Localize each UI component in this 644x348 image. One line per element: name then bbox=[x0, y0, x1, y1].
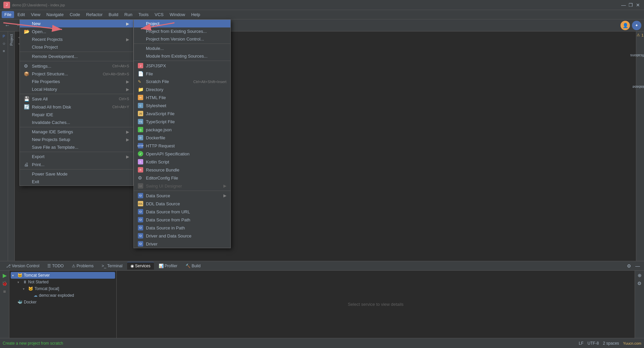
services-run-icon[interactable]: ▶ bbox=[1, 272, 8, 279]
new-submenu-scratch[interactable]: ✎ Scratch File Ctrl+Alt+Shift+Insert bbox=[134, 78, 230, 85]
structure-panel-tab[interactable]: ≡ bbox=[1, 48, 7, 54]
menu-build[interactable]: Build bbox=[106, 11, 121, 18]
file-menu-remote[interactable]: Remote Development... bbox=[20, 53, 133, 60]
file-menu-print[interactable]: 🖨 Print... bbox=[20, 160, 133, 168]
dockerfile-icon: D bbox=[138, 135, 143, 140]
file-menu-close[interactable]: Close Project bbox=[20, 43, 133, 51]
file-menu-exit[interactable]: Exit bbox=[20, 178, 133, 186]
menu-tools[interactable]: Tools bbox=[136, 11, 151, 18]
close-button[interactable]: ✕ bbox=[636, 3, 641, 7]
file-menu-save-template[interactable]: Save File as Template... bbox=[20, 143, 133, 151]
status-encoding[interactable]: UTF-8 bbox=[588, 341, 599, 346]
database-tab[interactable]: Database bbox=[632, 85, 644, 89]
services-tree-item-tomcat-server[interactable]: ▾ 🐱 Tomcat Server bbox=[11, 272, 115, 279]
new-submenu-driver-ds[interactable]: ⛁ Driver and Data Source bbox=[134, 232, 230, 240]
user-avatar[interactable]: 👤 bbox=[621, 21, 630, 30]
minimize-button[interactable]: — bbox=[621, 3, 626, 7]
menu-navigate[interactable]: Navigate bbox=[44, 11, 66, 18]
new-submenu-ds-url[interactable]: ⛁ Data Source from URL bbox=[134, 208, 230, 216]
file-menu-new[interactable]: New ▶ bbox=[20, 20, 133, 27]
new-submenu-ds-in-path[interactable]: ⛁ Data Source in Path bbox=[134, 224, 230, 232]
services-debug-icon[interactable]: 🐞 bbox=[1, 280, 8, 287]
services-stop-icon[interactable]: ■ bbox=[1, 288, 8, 295]
new-submenu-project-vcs[interactable]: Project from Version Control... bbox=[134, 35, 230, 43]
services-add-icon[interactable]: ⊕ bbox=[636, 272, 643, 279]
new-submenu-resource-bundle[interactable]: R Resource Bundle bbox=[134, 166, 230, 174]
services-tree-item-demo-war[interactable]: ☁ demo:war exploded bbox=[11, 292, 115, 299]
file-menu-project-structure[interactable]: 📦 Project Structure... Ctrl+Alt+Shift+S bbox=[20, 70, 133, 78]
project-structure-label: Project Structure... bbox=[32, 71, 100, 76]
file-menu-export[interactable]: Export ▶ bbox=[20, 153, 133, 160]
tab-terminal[interactable]: >_ Terminal bbox=[98, 262, 126, 270]
file-menu-local-history[interactable]: Local History ▶ bbox=[20, 85, 133, 93]
file-props-arrow: ▶ bbox=[126, 79, 129, 84]
new-submenu-project-existing[interactable]: Project from Existing Sources... bbox=[134, 27, 230, 35]
new-submenu-data-source[interactable]: ⛁ Data Source ▶ bbox=[134, 192, 230, 200]
new-submenu-kotlin[interactable]: K Kotlin Script bbox=[134, 158, 230, 166]
reload-shortcut: Ctrl+Alt+Y bbox=[112, 105, 129, 109]
new-submenu-project[interactable]: Project... bbox=[134, 20, 230, 27]
new-submenu-html[interactable]: H HTML File bbox=[134, 93, 230, 101]
new-submenu-ddl[interactable]: DDL DDL Data Source bbox=[134, 200, 230, 208]
menu-help[interactable]: Help bbox=[189, 11, 203, 18]
tab-todo[interactable]: ☰ TODO bbox=[44, 262, 67, 270]
new-submenu-dockerfile[interactable]: D Dockerfile bbox=[134, 134, 230, 142]
file-menu-save-all[interactable]: 💾 Save All Ctrl+S bbox=[20, 95, 133, 103]
project-tab[interactable]: demo [D:\Java\demo] - index.jsp bbox=[12, 3, 65, 7]
new-submenu-openapi[interactable]: ✓ OpenAPI Specification bbox=[134, 150, 230, 158]
project-panel-label[interactable]: Project bbox=[9, 34, 13, 46]
menu-window[interactable]: Window bbox=[167, 11, 188, 18]
menu-run[interactable]: Run bbox=[122, 11, 135, 18]
project-panel-tab[interactable]: P bbox=[1, 33, 7, 40]
file-menu-manage-ide[interactable]: Manage IDE Settings ▶ bbox=[20, 128, 133, 136]
file-menu-recent[interactable]: Recent Projects ▶ bbox=[20, 36, 133, 43]
status-new-project[interactable]: Create a new project from scratch bbox=[3, 341, 63, 346]
new-submenu-package-json[interactable]: {}​ package.json bbox=[134, 126, 230, 134]
status-spaces[interactable]: 2 spaces bbox=[603, 341, 619, 346]
panel-settings-icon[interactable]: ⚙ bbox=[625, 262, 633, 270]
services-tree-item-tomcat-local[interactable]: ▾ 🐱 Tomcat [local] bbox=[11, 285, 115, 292]
maximize-button[interactable]: ❐ bbox=[629, 3, 633, 7]
menu-vcs[interactable]: VCS bbox=[152, 11, 166, 18]
file-menu-new-projects-setup[interactable]: New Projects Setup ▶ bbox=[20, 136, 133, 143]
tab-build[interactable]: 🔨 Build bbox=[182, 262, 204, 270]
notifications-tab[interactable]: Notifications bbox=[630, 54, 644, 58]
tab-version-control[interactable]: ⎇ Version Control bbox=[3, 262, 43, 270]
file-menu-power-save[interactable]: Power Save Mode bbox=[20, 170, 133, 178]
menu-code[interactable]: Code bbox=[67, 11, 83, 18]
new-submenu-module-existing[interactable]: Module from Existing Sources... bbox=[134, 52, 230, 60]
file-menu-open[interactable]: 📂 Open... bbox=[20, 27, 133, 36]
file-menu-reload[interactable]: 🔄 Reload All from Disk Ctrl+Alt+Y bbox=[20, 103, 133, 111]
print-icon: 🖨 bbox=[24, 162, 29, 167]
services-tree-item-docker[interactable]: 🐳 Docker bbox=[11, 299, 115, 305]
tab-profiler[interactable]: 📊 Profiler bbox=[155, 262, 181, 270]
new-submenu-editorconfig[interactable]: ⚙ EditorConfig File bbox=[134, 174, 230, 182]
status-lf[interactable]: LF bbox=[579, 341, 584, 346]
new-submenu-directory[interactable]: 📁 Directory bbox=[134, 85, 230, 93]
new-submenu-js[interactable]: JS JavaScript File bbox=[134, 110, 230, 118]
file-menu-invalidate[interactable]: Invalidate Caches... bbox=[20, 119, 133, 126]
new-submenu-jsp[interactable]: J JSP/JSPX bbox=[134, 62, 230, 70]
file-menu-settings[interactable]: ⚙ Settings... Ctrl+Alt+S bbox=[20, 62, 133, 70]
export-arrow: ▶ bbox=[126, 154, 129, 159]
new-submenu-ts[interactable]: TS TypeScript File bbox=[134, 118, 230, 126]
menu-edit[interactable]: Edit bbox=[15, 11, 28, 18]
tab-services[interactable]: ◉ Services bbox=[127, 262, 154, 270]
menu-file[interactable]: File bbox=[2, 11, 14, 18]
tab-problems[interactable]: ⚠ Problems bbox=[68, 262, 97, 270]
new-submenu-stylesheet[interactable]: C Stylesheet bbox=[134, 101, 230, 110]
panel-close-icon[interactable]: — bbox=[634, 262, 641, 270]
back-button[interactable]: ← bbox=[3, 21, 12, 30]
services-settings-icon[interactable]: ⚙ bbox=[636, 280, 643, 287]
file-menu-repair-ide[interactable]: Repair IDE bbox=[20, 111, 133, 119]
bookmarks-panel-tab[interactable]: ☆ bbox=[1, 40, 7, 47]
new-submenu-http[interactable]: HTTP HTTP Request bbox=[134, 142, 230, 150]
new-submenu-driver[interactable]: ⛁ Driver bbox=[134, 240, 230, 248]
file-menu-file-properties[interactable]: File Properties ▶ bbox=[20, 78, 133, 85]
menu-view[interactable]: View bbox=[28, 11, 43, 18]
new-submenu-module[interactable]: Module... bbox=[134, 45, 230, 52]
new-submenu-ds-path[interactable]: ⛁ Data Source from Path bbox=[134, 216, 230, 224]
menu-refactor[interactable]: Refactor bbox=[84, 11, 105, 18]
services-tree-item-not-started[interactable]: ▾ ⏸ Not Started bbox=[11, 279, 115, 285]
new-submenu-file[interactable]: 📄 File bbox=[134, 70, 230, 78]
